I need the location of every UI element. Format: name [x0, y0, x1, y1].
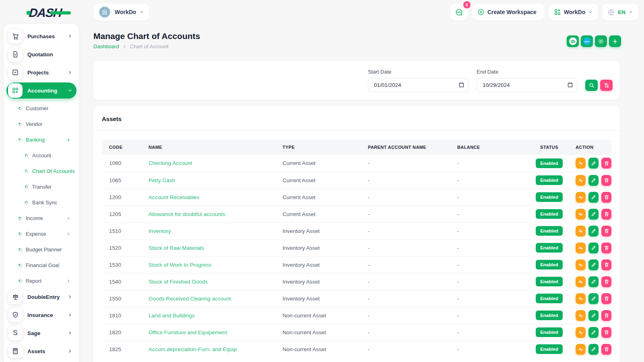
sidebar-item-income[interactable]: Income — [6, 210, 76, 226]
status-badge[interactable]: Enabled — [536, 277, 563, 286]
status-badge[interactable]: Enabled — [536, 243, 563, 253]
brand-logo[interactable]: DASH — [0, 0, 89, 26]
edit-button[interactable] — [588, 226, 599, 237]
sidebar-item-customer[interactable]: Customer — [6, 101, 76, 116]
account-name-link[interactable]: Petty Cash — [149, 177, 175, 183]
sidebar-item-sage[interactable]: SSage — [6, 325, 76, 341]
sidebar-item-purchases[interactable]: Purchases — [6, 28, 76, 44]
workspace-switcher[interactable]: WorkDo — [93, 4, 149, 21]
status-badge[interactable]: Enabled — [536, 311, 563, 320]
journal-button[interactable] — [576, 226, 586, 237]
sidebar-item-doubleentry[interactable]: DoubleEntry — [6, 289, 76, 305]
delete-button[interactable] — [601, 243, 611, 253]
sidebar-item-bank-sync[interactable]: Bank Sync — [6, 195, 76, 210]
delete-button[interactable] — [601, 344, 611, 355]
sidebar-item-transfer[interactable]: Transfer — [6, 179, 76, 195]
status-badge[interactable]: Enabled — [536, 226, 563, 236]
journal-button[interactable] — [576, 243, 586, 253]
journal-button[interactable] — [576, 344, 586, 355]
sidebar-item-insurance[interactable]: Insurance — [6, 307, 76, 323]
delete-button[interactable] — [601, 276, 611, 287]
delete-button[interactable] — [601, 310, 611, 321]
journal-button[interactable] — [576, 175, 586, 186]
account-name-link[interactable]: Account Receivables — [149, 194, 199, 200]
edit-button[interactable] — [588, 175, 599, 186]
sidebar-item-chart-of-accounts[interactable]: Chart Of Accounts — [6, 163, 76, 179]
journal-button[interactable] — [576, 276, 586, 287]
edit-button[interactable] — [588, 344, 599, 355]
calendar-icon[interactable] — [458, 82, 464, 88]
delete-button[interactable] — [601, 158, 611, 169]
add-account-button[interactable] — [609, 35, 621, 47]
status-badge[interactable]: Enabled — [536, 192, 563, 202]
account-name-link[interactable]: Office Furniture and Equipement — [149, 329, 227, 335]
edit-button[interactable] — [588, 276, 599, 287]
edit-button[interactable] — [588, 293, 599, 304]
edit-button[interactable] — [588, 209, 599, 220]
sidebar-item-expense[interactable]: Expense — [6, 226, 76, 242]
account-name-link[interactable]: Allowance for doubtful accounts — [149, 211, 225, 217]
journal-button[interactable] — [576, 158, 586, 169]
quickbooks-button[interactable]: qb — [567, 35, 579, 47]
account-name-link[interactable]: Checking Account — [149, 160, 192, 166]
edit-button[interactable] — [588, 243, 599, 253]
apply-filter-button[interactable] — [585, 80, 598, 91]
journal-button[interactable] — [576, 327, 586, 338]
edit-button[interactable] — [588, 310, 599, 321]
settings-button[interactable] — [595, 35, 607, 47]
status-badge[interactable]: Enabled — [536, 294, 563, 303]
edit-button[interactable] — [588, 259, 599, 270]
sidebar-item-financial-goal[interactable]: Financial Goal — [6, 257, 76, 273]
journal-button[interactable] — [576, 209, 586, 220]
status-badge[interactable]: Enabled — [536, 260, 563, 269]
account-name-link[interactable]: Stock of Raw Materials — [149, 245, 204, 251]
account-name-link[interactable]: Land and Buildings — [149, 313, 195, 319]
delete-button[interactable] — [601, 175, 611, 186]
cell-status: Enabled — [530, 341, 568, 358]
sidebar-item-vendor[interactable]: Vendor — [6, 116, 76, 132]
sidebar-item-budget-planner[interactable]: Budget Planner — [6, 242, 76, 257]
sidebar-item-projects[interactable]: Projects — [6, 64, 76, 80]
sidebar-item-account[interactable]: Account — [6, 148, 76, 163]
sidebar-item-assets[interactable]: Assets — [6, 343, 76, 359]
reset-filter-button[interactable] — [600, 80, 613, 91]
delete-button[interactable] — [601, 192, 611, 203]
account-name-link[interactable]: Inventory — [149, 228, 171, 234]
pulse-icon — [578, 177, 584, 183]
start-date-input[interactable] — [368, 78, 469, 92]
status-badge[interactable]: Enabled — [536, 209, 563, 219]
xero-button[interactable]: xero — [581, 35, 593, 47]
create-workspace-button[interactable]: Create Workspace — [472, 4, 545, 21]
journal-button[interactable] — [576, 259, 586, 270]
delete-button[interactable] — [601, 209, 611, 220]
sidebar-item-banking[interactable]: Banking — [6, 132, 76, 148]
apps-menu-button[interactable]: WorkDo — [549, 4, 598, 21]
account-name-link[interactable]: Stock of Work In Progress — [149, 262, 212, 268]
status-badge[interactable]: Enabled — [536, 344, 563, 354]
account-name-link[interactable]: Stock of Finished Goods — [149, 279, 208, 285]
delete-button[interactable] — [601, 226, 611, 237]
edit-button[interactable] — [588, 192, 599, 203]
status-badge[interactable]: Enabled — [536, 175, 563, 185]
calendar-icon[interactable] — [567, 82, 573, 88]
journal-button[interactable] — [576, 310, 586, 321]
journal-button[interactable] — [576, 293, 586, 304]
status-badge[interactable]: Enabled — [536, 327, 563, 337]
account-name-link[interactable]: Accum.depreciation-Furn. and Equip — [149, 346, 237, 352]
account-name-link[interactable]: Goods Received Clearing account — [149, 296, 231, 302]
sidebar-item-accounting[interactable]: Accounting — [6, 82, 76, 99]
cell-code: 1550 — [102, 290, 141, 307]
breadcrumb-dashboard-link[interactable]: Dashboard — [93, 43, 119, 49]
sidebar-item-quotation[interactable]: Quotation — [6, 46, 76, 62]
delete-button[interactable] — [601, 293, 611, 304]
status-badge[interactable]: Enabled — [536, 158, 563, 168]
delete-button[interactable] — [601, 259, 611, 270]
sidebar-item-report[interactable]: Report — [6, 273, 76, 289]
end-date-input[interactable] — [477, 78, 577, 92]
delete-button[interactable] — [601, 327, 611, 338]
language-selector[interactable]: EN — [602, 4, 638, 21]
messages-button[interactable]: 0 — [450, 4, 468, 21]
journal-button[interactable] — [576, 192, 586, 203]
edit-button[interactable] — [588, 327, 599, 338]
edit-button[interactable] — [588, 158, 599, 169]
